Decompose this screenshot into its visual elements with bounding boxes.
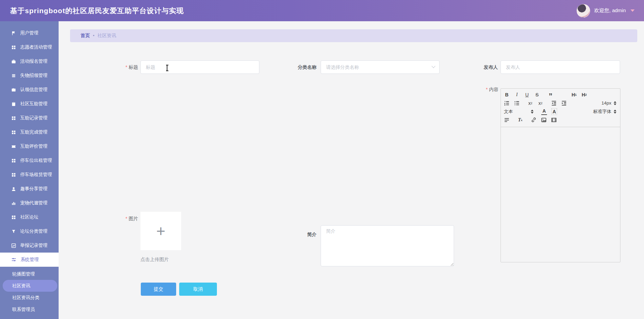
sidebar-subitem[interactable]: 社区资讯分类: [0, 292, 59, 303]
updown-arrows-icon: [614, 101, 616, 105]
editor-toolbar: BIUS”H1H2x2x214px文本AA标准字体Tx: [501, 89, 620, 127]
upload-hint: 点击上传图片: [140, 257, 169, 263]
ordered-list-icon[interactable]: [504, 100, 510, 107]
sidebar-subitem[interactable]: 联系管理员: [0, 303, 59, 315]
sidebar-subitem[interactable]: 社区资讯: [3, 280, 57, 292]
sidebar-item[interactable]: 认领信息管理: [0, 83, 59, 97]
chevron-down-icon[interactable]: [631, 9, 635, 12]
sidebar-item-label: 认领信息管理: [20, 87, 47, 93]
sidebar-item[interactable]: 互助记录管理: [0, 111, 59, 125]
updown-arrows-icon: [531, 110, 534, 114]
size-select[interactable]: 14px: [602, 100, 616, 107]
grid-icon: [11, 158, 16, 163]
list-icon: [11, 73, 16, 78]
sidebar-item-label: 互助评价管理: [20, 143, 47, 149]
image-label: *图片: [104, 215, 138, 222]
sidebar-item-label: 社区互助管理: [20, 101, 47, 107]
sidebar-item[interactable]: 停车场租赁管理: [0, 168, 59, 182]
grid-icon: [11, 215, 16, 220]
funnel-icon: [11, 229, 16, 234]
grid-icon: [11, 172, 16, 177]
sidebar-submenu: 轮播图管理社区资讯社区资讯分类联系管理员: [0, 267, 59, 315]
app-header: 基于springboot的社区居民友爱互助平台设计与实现 欢迎您, admin: [0, 0, 644, 21]
text-type-select[interactable]: 文本: [504, 108, 534, 115]
sidebar-item[interactable]: 趣事分享管理: [0, 182, 59, 196]
italic-button[interactable]: I: [514, 91, 520, 98]
link-icon[interactable]: [531, 117, 537, 123]
sidebar-item-label: 互助完成管理: [20, 129, 47, 135]
sidebar-item[interactable]: 举报记录管理: [0, 238, 59, 253]
sidebar-item-label: 停车场租赁管理: [20, 172, 52, 178]
sidebar-item[interactable]: 用户管理: [0, 26, 59, 40]
cancel-button[interactable]: 取消: [179, 283, 217, 296]
strike-button[interactable]: S: [534, 91, 540, 98]
category-label: 分类名称: [266, 60, 317, 74]
sidebar-item[interactable]: 系统管理: [0, 253, 59, 267]
outdent-icon[interactable]: [551, 100, 557, 107]
sidebar-item[interactable]: 社区互助管理: [0, 97, 59, 111]
sidebar-item[interactable]: 论坛分类管理: [0, 224, 59, 238]
image-upload-box[interactable]: +: [140, 212, 181, 250]
code-block-button[interactable]: [558, 91, 564, 98]
underline-button[interactable]: U: [524, 91, 530, 98]
bold-button[interactable]: B: [504, 91, 510, 98]
breadcrumb-separator: •: [93, 33, 94, 38]
plus-icon: +: [156, 224, 165, 238]
avatar[interactable]: [577, 4, 590, 18]
category-select[interactable]: 请选择分类名称: [321, 60, 440, 74]
flag-icon: [11, 31, 16, 36]
breadcrumb-home-link[interactable]: 首页: [80, 33, 90, 39]
breadcrumb-current: 社区资讯: [97, 33, 116, 39]
sidebar-item-label: 互助记录管理: [20, 115, 47, 121]
text-color-button[interactable]: A: [541, 108, 547, 115]
sidebar-item[interactable]: 宠物代遛管理: [0, 196, 59, 210]
clean-format-button[interactable]: Tx: [517, 117, 523, 123]
updown-arrows-icon: [614, 110, 616, 114]
title-input[interactable]: [140, 60, 259, 74]
content-label: *内容: [449, 86, 498, 93]
publisher-label: 发布人: [464, 60, 498, 74]
welcome-text: 欢迎您, admin: [594, 7, 626, 14]
sidebar-item-label: 社区论坛: [20, 214, 38, 220]
sidebar-item[interactable]: 互助完成管理: [0, 125, 59, 139]
editor-body[interactable]: [501, 127, 620, 263]
header-1-button[interactable]: H1: [571, 91, 577, 98]
main-content: 首页 • 社区资讯 *标题 分类名称 请选择分类名称 发布人 *内容 BIUS”…: [59, 21, 644, 319]
sidebar-menu: 用户管理志愿者活动管理活动报名管理失物招领管理认领信息管理社区互助管理互助记录管…: [0, 26, 59, 267]
subscript-button[interactable]: x2: [527, 100, 533, 107]
sidebar-item[interactable]: 活动报名管理: [0, 54, 59, 68]
category-select-placeholder[interactable]: 请选择分类名称: [321, 60, 440, 74]
sidebar-item[interactable]: 失物招领管理: [0, 68, 59, 83]
align-icon[interactable]: [504, 117, 510, 123]
publisher-input[interactable]: [501, 60, 620, 74]
breadcrumb: 首页 • 社区资讯: [70, 29, 637, 42]
superscript-button[interactable]: x2: [538, 100, 543, 107]
sidebar-item-label: 宠物代遛管理: [20, 200, 47, 206]
indent-icon[interactable]: [561, 100, 567, 107]
grid-icon: [11, 116, 16, 121]
blockquote-button[interactable]: ”: [548, 91, 553, 98]
sidebar-item[interactable]: 社区论坛: [0, 210, 59, 224]
sidebar-item[interactable]: 停车位出租管理: [0, 153, 59, 168]
image-icon[interactable]: [541, 117, 547, 123]
bullet-list-icon[interactable]: [514, 100, 520, 107]
sidebar-item-label: 系统管理: [21, 257, 39, 263]
trend-icon: [11, 243, 16, 248]
sidebar-item[interactable]: 志愿者活动管理: [0, 40, 59, 54]
sidebar-item-label: 举报记录管理: [20, 242, 47, 249]
user-menu[interactable]: 欢迎您, admin: [577, 4, 635, 18]
submit-button[interactable]: 提交: [141, 283, 176, 296]
background-color-button[interactable]: A: [551, 108, 557, 115]
intro-textarea[interactable]: [321, 225, 454, 266]
sidebar-subitem[interactable]: 轮播图管理: [0, 268, 59, 280]
wallet-icon: [11, 87, 16, 92]
ticket-icon: [11, 144, 16, 149]
sidebar-item-label: 论坛分类管理: [20, 228, 47, 234]
sidebar-item[interactable]: 互助评价管理: [0, 139, 59, 153]
video-icon[interactable]: [551, 117, 557, 123]
intro-label: 简介: [283, 231, 317, 238]
sidebar-item-label: 志愿者活动管理: [20, 44, 52, 50]
title-label: *标题: [104, 60, 138, 74]
header-2-button[interactable]: H2: [581, 91, 587, 98]
font-select[interactable]: 标准字体: [593, 108, 616, 115]
